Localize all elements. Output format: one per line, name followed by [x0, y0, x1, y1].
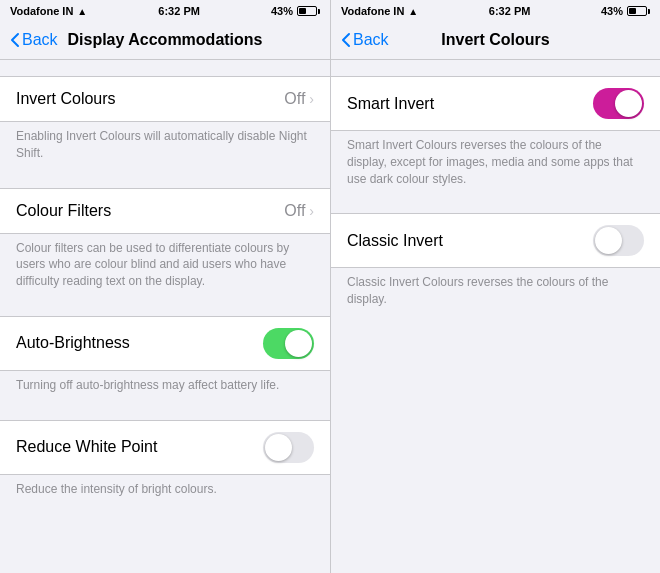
chevron-icon-invert: ›: [309, 91, 314, 107]
section-auto-brightness: Auto-Brightness: [0, 316, 330, 371]
battery-body-2: [627, 6, 647, 16]
row-reduce-white-point: Reduce White Point: [0, 421, 330, 474]
wifi-icon-2: ▲: [408, 6, 418, 17]
section-colour-filters: Colour Filters Off ›: [0, 188, 330, 234]
reduce-white-point-toggle[interactable]: [263, 432, 314, 463]
status-left-2: Vodafone IN ▲: [341, 5, 418, 17]
row-colour-filters[interactable]: Colour Filters Off ›: [0, 189, 330, 233]
row-classic-invert: Classic Invert: [331, 214, 660, 267]
auto-brightness-label: Auto-Brightness: [16, 334, 130, 352]
invert-colours-label: Invert Colours: [16, 90, 116, 108]
carrier-1: Vodafone IN: [10, 5, 73, 17]
gap-2b: [331, 197, 660, 213]
screen-invert-colours: Vodafone IN ▲ 6:32 PM 43% Back Invert Co…: [330, 0, 660, 573]
battery-tip-2: [648, 9, 650, 14]
reduce-white-point-description: Reduce the intensity of bright colours.: [0, 475, 330, 508]
time-2: 6:32 PM: [489, 5, 531, 17]
section-smart-invert: Smart Invert: [331, 76, 660, 131]
smart-invert-label: Smart Invert: [347, 95, 434, 113]
classic-invert-knob: [595, 227, 622, 254]
auto-brightness-toggle[interactable]: [263, 328, 314, 359]
nav-title-1: Display Accommodations: [67, 31, 262, 49]
back-button-2[interactable]: Back: [341, 31, 389, 49]
reduce-white-point-knob: [265, 434, 292, 461]
wifi-icon-1: ▲: [77, 6, 87, 17]
row-smart-invert: Smart Invert: [331, 77, 660, 130]
back-label-2: Back: [353, 31, 389, 49]
battery-icon-1: [297, 6, 320, 16]
battery-icon-2: [627, 6, 650, 16]
chevron-icon-filters: ›: [309, 203, 314, 219]
gap-1a: [0, 60, 330, 76]
colour-filters-right: Off ›: [284, 202, 314, 220]
carrier-2: Vodafone IN: [341, 5, 404, 17]
colour-filters-description: Colour filters can be used to differenti…: [0, 234, 330, 300]
invert-colours-description: Enabling Invert Colours will automatical…: [0, 122, 330, 172]
gap-1b: [0, 172, 330, 188]
battery-body-1: [297, 6, 317, 16]
classic-invert-description: Classic Invert Colours reverses the colo…: [331, 268, 660, 318]
gap-2a: [331, 60, 660, 76]
section-classic-invert: Classic Invert: [331, 213, 660, 268]
screen-display-accommodations: Vodafone IN ▲ 6:32 PM 43% Back Display A…: [0, 0, 330, 573]
auto-brightness-knob: [285, 330, 312, 357]
reduce-white-point-label: Reduce White Point: [16, 438, 157, 456]
back-button-1[interactable]: Back: [10, 31, 58, 49]
gap-1d: [0, 404, 330, 420]
invert-colours-right: Off ›: [284, 90, 314, 108]
smart-invert-knob: [615, 90, 642, 117]
smart-invert-toggle[interactable]: [593, 88, 644, 119]
gap-1c: [0, 300, 330, 316]
classic-invert-label: Classic Invert: [347, 232, 443, 250]
battery-tip-1: [318, 9, 320, 14]
status-bar-1: Vodafone IN ▲ 6:32 PM 43%: [0, 0, 330, 20]
auto-brightness-description: Turning off auto-brightness may affect b…: [0, 371, 330, 404]
battery-fill-1: [299, 8, 306, 14]
section-invert: Invert Colours Off ›: [0, 76, 330, 122]
battery-pct-2: 43%: [601, 5, 623, 17]
row-invert-colours[interactable]: Invert Colours Off ›: [0, 77, 330, 121]
nav-bar-2: Back Invert Colours: [331, 20, 660, 60]
status-right-2: 43%: [601, 5, 650, 17]
smart-invert-description: Smart Invert Colours reverses the colour…: [331, 131, 660, 197]
colour-filters-label: Colour Filters: [16, 202, 111, 220]
back-label-1: Back: [22, 31, 58, 49]
content-1: Invert Colours Off › Enabling Invert Col…: [0, 60, 330, 573]
nav-bar-1: Back Display Accommodations: [0, 20, 330, 60]
battery-pct-1: 43%: [271, 5, 293, 17]
battery-fill-2: [629, 8, 636, 14]
content-2: Smart Invert Smart Invert Colours revers…: [331, 60, 660, 573]
back-chevron-icon-2: [341, 32, 351, 48]
status-left-1: Vodafone IN ▲: [10, 5, 87, 17]
back-chevron-icon-1: [10, 32, 20, 48]
status-bar-2: Vodafone IN ▲ 6:32 PM 43%: [331, 0, 660, 20]
section-reduce-white-point: Reduce White Point: [0, 420, 330, 475]
time-1: 6:32 PM: [158, 5, 200, 17]
colour-filters-value: Off: [284, 202, 305, 220]
row-auto-brightness: Auto-Brightness: [0, 317, 330, 370]
nav-title-2: Invert Colours: [441, 31, 549, 49]
status-right-1: 43%: [271, 5, 320, 17]
invert-colours-value: Off: [284, 90, 305, 108]
classic-invert-toggle[interactable]: [593, 225, 644, 256]
